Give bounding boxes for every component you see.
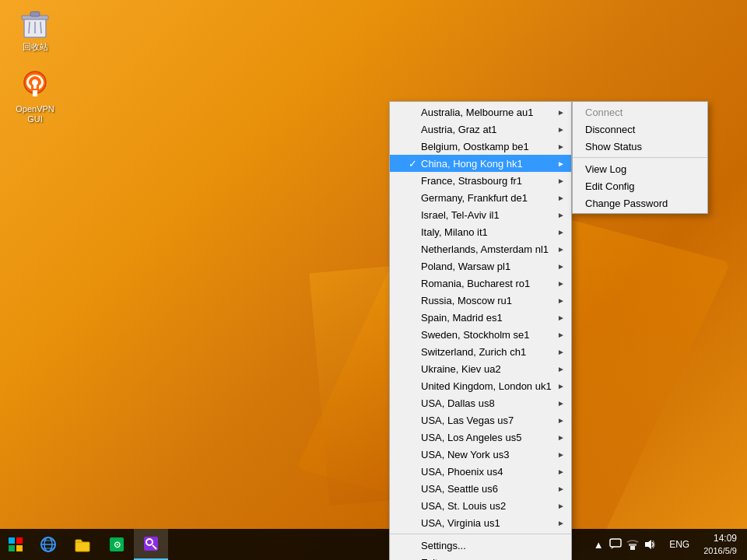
menu-item-usa-losangeles[interactable]: USA, Los Angeles us5 ►	[390, 429, 571, 446]
taskbar-language[interactable]: ENG	[665, 539, 694, 550]
menu-item-exit[interactable]: Exit	[390, 554, 571, 560]
svg-rect-10	[9, 545, 15, 551]
sub-menu-connect[interactable]: Connect	[573, 103, 707, 121]
check-usa-losangeles	[409, 432, 421, 443]
taskbar-store-icon[interactable]: ⊙	[100, 529, 134, 560]
menu-item-uk[interactable]: United Kingdom, London uk1 ►	[390, 377, 571, 394]
arrow-china: ►	[557, 159, 565, 168]
sub-menu-disconnect[interactable]: Disconnect	[573, 121, 707, 138]
check-usa-seattle	[409, 483, 421, 495]
menu-item-china[interactable]: ✓ China, Hong Kong hk1 ►	[390, 155, 571, 172]
menu-item-france[interactable]: France, Strasbourg fr1 ►	[390, 172, 571, 189]
check-usa-dallas	[409, 397, 421, 409]
arrow-australia: ►	[557, 108, 565, 117]
menu-item-poland[interactable]: Poland, Warsaw pl1 ►	[390, 257, 571, 275]
arrow-uk: ►	[557, 382, 565, 390]
check-usa-phoenix	[409, 466, 421, 478]
tray-arrow-icon[interactable]: ▲	[591, 537, 606, 552]
arrow-switzerland: ►	[557, 348, 565, 356]
arrow-usa-seattle: ►	[557, 485, 565, 493]
arrow-romania: ►	[557, 279, 565, 288]
taskbar-ie-icon[interactable]	[31, 529, 65, 560]
menu-item-romania[interactable]: Romania, Bucharest ro1 ►	[390, 275, 571, 292]
menu-item-switzerland[interactable]: Switzerland, Zurich ch1 ►	[390, 343, 571, 360]
menu-item-germany[interactable]: Germany, Frankfurt de1 ►	[390, 189, 571, 206]
svg-rect-11	[16, 545, 23, 551]
menu-item-israel[interactable]: Israel, Tel-Aviv il1 ►	[390, 206, 571, 223]
check-belgium	[409, 141, 421, 152]
svg-marker-26	[645, 540, 651, 549]
svg-rect-8	[9, 537, 15, 544]
check-usa-stlouis	[409, 500, 421, 512]
clock-date: 2016/5/9	[703, 545, 737, 557]
check-spain	[409, 312, 421, 324]
menu-item-settings[interactable]: Settings...	[390, 537, 571, 554]
menu-item-sweden[interactable]: Sweden, Stockholm se1 ►	[390, 326, 571, 343]
check-russia	[409, 295, 421, 306]
sub-menu-separator	[573, 157, 707, 158]
taskbar-clock[interactable]: 14:09 2016/5/9	[697, 532, 743, 557]
svg-rect-9	[16, 537, 23, 544]
menu-item-italy[interactable]: Italy, Milano it1 ►	[390, 223, 571, 240]
menu-item-russia[interactable]: Russia, Moscow ru1 ►	[390, 292, 571, 309]
arrow-usa-lasvegas: ►	[557, 416, 565, 425]
check-romania	[409, 278, 421, 289]
taskbar-explorer-icon[interactable]	[65, 529, 100, 560]
sub-menu-edit-config[interactable]: Edit Config	[573, 177, 707, 194]
svg-rect-25	[629, 544, 637, 546]
sub-menu-change-password[interactable]: Change Password	[573, 194, 707, 212]
desktop: 回收站 OpenVPN GUI Australia, Melbourne au1…	[0, 0, 747, 560]
arrow-austria: ►	[557, 125, 565, 134]
tray-chat-icon[interactable]	[608, 537, 623, 552]
arrow-sweden: ►	[557, 331, 565, 339]
menu-item-usa-dallas[interactable]: USA, Dallas us8 ►	[390, 394, 571, 411]
menu-item-usa-newyork[interactable]: USA, New York us3 ►	[390, 446, 571, 463]
check-ukraine	[409, 363, 421, 375]
openvpn-icon[interactable]: OpenVPN GUI	[8, 70, 62, 124]
svg-rect-17	[75, 542, 89, 551]
check-settings	[409, 540, 421, 551]
menu-item-usa-virginia[interactable]: USA, Virginia us1 ►	[390, 514, 571, 531]
sub-menu-show-status[interactable]: Show Status	[573, 138, 707, 155]
taskbar-right-area: ▲	[587, 529, 747, 560]
check-china: ✓	[409, 158, 421, 170]
check-israel	[409, 209, 421, 221]
svg-rect-7	[33, 90, 37, 96]
vpn-sub-menu: Connect Disconnect Show Status View Log …	[572, 101, 708, 214]
arrow-poland: ►	[557, 262, 565, 271]
arrow-usa-stlouis: ►	[557, 502, 565, 510]
tray-volume-icon[interactable]	[642, 537, 658, 552]
check-italy	[409, 226, 421, 238]
check-uk	[409, 380, 421, 392]
check-australia	[409, 107, 421, 118]
menu-item-australia[interactable]: Australia, Melbourne au1 ►	[390, 103, 571, 121]
openvpn-label: OpenVPN GUI	[16, 104, 54, 124]
recycle-bin-icon[interactable]: 回收站	[8, 8, 62, 52]
check-usa-newyork	[409, 449, 421, 460]
svg-text:⊙: ⊙	[114, 540, 121, 549]
svg-rect-2	[30, 12, 40, 16]
menu-item-ukraine[interactable]: Ukraine, Kiev ua2 ►	[390, 360, 571, 377]
taskbar-search-icon[interactable]	[134, 529, 168, 560]
arrow-usa-phoenix: ►	[557, 467, 565, 476]
menu-item-austria[interactable]: Austria, Graz at1 ►	[390, 121, 571, 138]
check-switzerland	[409, 346, 421, 358]
menu-item-belgium[interactable]: Belgium, Oostkamp be1 ►	[390, 138, 571, 155]
sub-menu-view-log[interactable]: View Log	[573, 160, 707, 177]
start-button[interactable]	[0, 529, 31, 560]
arrow-germany: ►	[557, 194, 565, 202]
arrow-netherlands: ►	[557, 245, 565, 254]
svg-rect-24	[630, 546, 635, 550]
menu-item-netherlands[interactable]: Netherlands, Amsterdam nl1 ►	[390, 240, 571, 257]
menu-item-usa-phoenix[interactable]: USA, Phoenix us4 ►	[390, 463, 571, 480]
arrow-france: ►	[557, 177, 565, 185]
recycle-bin-label: 回收站	[23, 42, 48, 52]
menu-item-usa-seattle[interactable]: USA, Seattle us6 ►	[390, 480, 571, 497]
tray-network-icon[interactable]	[625, 537, 640, 552]
menu-item-usa-stlouis[interactable]: USA, St. Louis us2 ►	[390, 497, 571, 514]
arrow-russia: ►	[557, 296, 565, 305]
check-germany	[409, 192, 421, 204]
svg-line-5	[40, 22, 41, 33]
menu-item-spain[interactable]: Spain, Madrid es1 ►	[390, 309, 571, 326]
menu-item-usa-lasvegas[interactable]: USA, Las Vegas us7 ►	[390, 411, 571, 429]
